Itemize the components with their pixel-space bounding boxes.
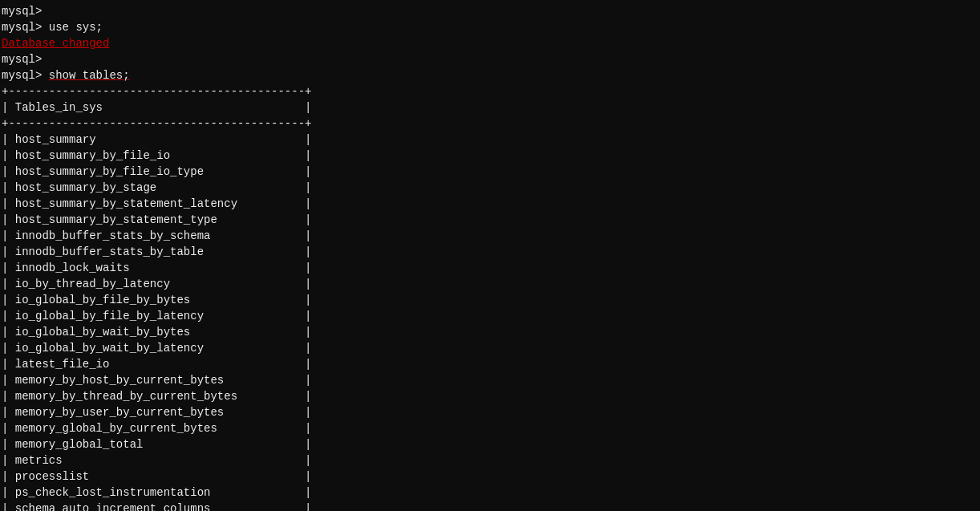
row-host-summary-stage: | host_summary_by_stage | xyxy=(0,180,980,196)
row-host-summary-file-io-type: | host_summary_by_file_io_type | xyxy=(0,164,980,180)
row-memory-host-current: | memory_by_host_by_current_bytes | xyxy=(0,372,980,388)
row-host-summary-stmt-latency: | host_summary_by_statement_latency | xyxy=(0,196,980,212)
border-top: +---------------------------------------… xyxy=(0,83,980,99)
line-5: mysql> show tables; xyxy=(0,67,980,83)
row-host-summary-stmt-type: | host_summary_by_statement_type | xyxy=(0,212,980,228)
row-processlist: | processlist | xyxy=(0,468,980,485)
row-schema-auto-increment: | schema_auto_increment_columns | xyxy=(0,501,980,511)
row-memory-global-current: | memory_global_by_current_bytes | xyxy=(0,420,980,436)
row-ps-check-lost: | ps_check_lost_instrumentation | xyxy=(0,485,980,501)
row-innodb-lock-waits: | innodb_lock_waits | xyxy=(0,260,980,276)
prompt-5: mysql> xyxy=(2,69,49,82)
row-memory-global-total: | memory_global_total | xyxy=(0,436,980,452)
db-changed-text: Database changed xyxy=(2,37,109,50)
cmd-2: use sys; xyxy=(49,21,103,34)
row-io-thread-latency: | io_by_thread_by_latency | xyxy=(0,276,980,292)
row-io-global-file-bytes: | io_global_by_file_by_bytes | xyxy=(0,292,980,308)
row-metrics: | metrics | xyxy=(0,452,980,468)
row-latest-file-io: | latest_file_io | xyxy=(0,356,980,372)
line-4: mysql> xyxy=(0,51,980,67)
cmd-5: show tables; xyxy=(49,69,130,82)
row-io-global-wait-bytes: | io_global_by_wait_by_bytes | xyxy=(0,324,980,340)
row-io-global-file-latency: | io_global_by_file_by_latency | xyxy=(0,308,980,324)
row-memory-user-current: | memory_by_user_by_current_bytes | xyxy=(0,404,980,420)
row-io-global-wait-latency: | io_global_by_wait_by_latency | xyxy=(0,340,980,356)
row-host-summary: | host_summary | xyxy=(0,132,980,148)
row-innodb-buffer-table: | innodb_buffer_stats_by_table | xyxy=(0,244,980,260)
row-memory-thread-current: | memory_by_thread_by_current_bytes | xyxy=(0,388,980,404)
row-host-summary-file-io: | host_summary_by_file_io | xyxy=(0,148,980,164)
border-mid: +---------------------------------------… xyxy=(0,116,980,132)
line-1: mysql> xyxy=(0,3,980,19)
row-innodb-buffer-schema: | innodb_buffer_stats_by_schema | xyxy=(0,228,980,244)
prompt-2: mysql> xyxy=(2,21,49,34)
line-2: mysql> use sys; xyxy=(0,19,980,35)
line-db-changed: Database changed xyxy=(0,35,980,51)
table-header: | Tables_in_sys | xyxy=(0,99,980,116)
terminal: mysql> mysql> use sys; Database changed … xyxy=(0,0,980,511)
